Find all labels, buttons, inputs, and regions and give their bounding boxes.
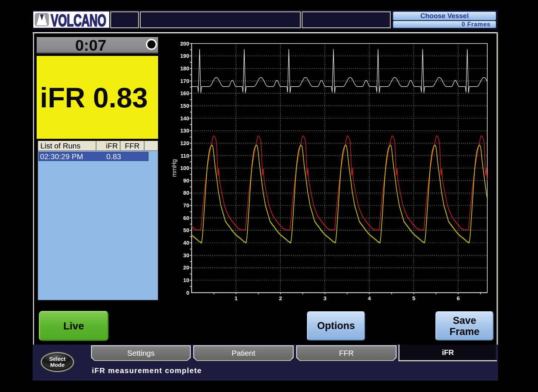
svg-text:10: 10 xyxy=(183,277,189,283)
svg-text:200: 200 xyxy=(180,41,189,47)
svg-text:6: 6 xyxy=(457,295,460,301)
svg-text:160: 160 xyxy=(180,90,189,96)
svg-text:100: 100 xyxy=(180,165,189,171)
svg-text:190: 190 xyxy=(180,53,189,59)
svg-text:0: 0 xyxy=(186,290,189,296)
svg-text:70: 70 xyxy=(183,202,189,208)
svg-text:mmHg: mmHg xyxy=(171,159,177,177)
svg-text:60: 60 xyxy=(183,215,189,221)
svg-text:150: 150 xyxy=(180,103,189,109)
svg-text:180: 180 xyxy=(180,66,189,71)
svg-text:40: 40 xyxy=(183,240,189,246)
svg-text:20: 20 xyxy=(183,265,189,271)
svg-text:4: 4 xyxy=(368,295,371,301)
svg-text:140: 140 xyxy=(180,115,189,121)
svg-text:3: 3 xyxy=(323,295,326,301)
svg-text:50: 50 xyxy=(183,227,189,233)
svg-text:2: 2 xyxy=(279,295,282,301)
svg-text:80: 80 xyxy=(183,190,189,196)
svg-text:5: 5 xyxy=(412,295,415,301)
svg-text:90: 90 xyxy=(183,178,189,184)
svg-text:170: 170 xyxy=(180,78,189,84)
svg-text:1: 1 xyxy=(234,295,237,301)
svg-text:130: 130 xyxy=(180,128,189,134)
svg-text:110: 110 xyxy=(181,153,189,159)
svg-text:120: 120 xyxy=(180,140,189,146)
svg-text:30: 30 xyxy=(183,252,189,258)
